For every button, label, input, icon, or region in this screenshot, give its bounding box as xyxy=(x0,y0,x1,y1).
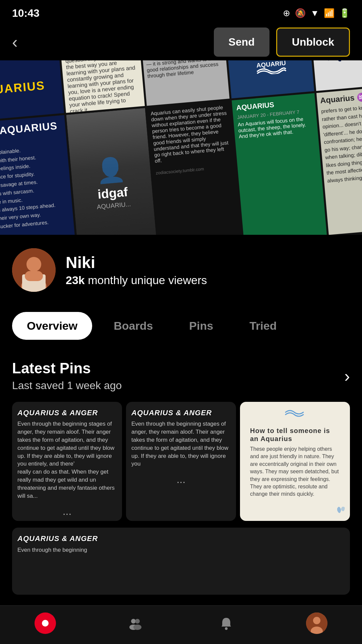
pin-body-3: These people enjoy helping others and ar… xyxy=(245,445,345,503)
status-bar: 10:43 ⊕ 🔕 ▼ 📶 🔋 xyxy=(0,0,362,23)
avatar xyxy=(12,248,56,292)
stat-number: 23k xyxy=(66,274,85,286)
pin-grid: Aquarius & Anger Even through the beginn… xyxy=(0,395,362,528)
pin-title-1: Aquarius & Anger xyxy=(12,402,122,420)
pin-title-2: Aquarius & Anger xyxy=(126,402,236,420)
tab-overview[interactable]: Overview xyxy=(12,312,92,340)
following-icon xyxy=(125,612,146,634)
svg-point-11 xyxy=(225,627,228,630)
latest-pins-header: Latest Pins Last saved 1 week ago › xyxy=(0,346,362,395)
pin-card-1[interactable]: Aquarius & Anger Even through the beginn… xyxy=(12,402,122,521)
pin-body-bottom: Even through the beginning xyxy=(12,546,350,559)
nav-profile[interactable] xyxy=(306,612,327,634)
svg-rect-5 xyxy=(25,271,43,281)
nav-following[interactable] xyxy=(125,612,146,634)
mosaic-tile-6: UARY AQUARIUS · sexy brain. · bletely un… xyxy=(0,115,77,235)
profile-info: Niki 23k monthly unique viewers xyxy=(66,253,207,287)
bottom-nav xyxy=(0,605,362,644)
mosaic-tile-2: You love philosophy and question in your… xyxy=(60,60,145,113)
pin-title-3: How to tell someone is an Aquarius xyxy=(245,420,345,445)
svg-point-2 xyxy=(26,257,41,272)
section-title: Latest Pins xyxy=(12,360,122,377)
stat-label: monthly unique viewers xyxy=(88,274,207,286)
profile-name: Niki xyxy=(66,253,207,272)
pin-card-2[interactable]: Aquarius & Anger Even through the beginn… xyxy=(126,402,236,521)
tabs-row: Overview Boards Pins Tried xyxy=(0,305,362,346)
wifi-icon: ▼ xyxy=(310,8,319,18)
unblock-button[interactable]: Unblock xyxy=(276,28,350,57)
section-subtitle: Last saved 1 week ago xyxy=(12,379,122,392)
pin-body-1: Even through the beginning stages of ang… xyxy=(12,420,122,505)
nav-actions: Send Unblock xyxy=(214,28,350,57)
profile-avatar-small xyxy=(306,612,327,634)
nav-notifications[interactable] xyxy=(216,612,237,634)
mosaic-tile-5: AQUARIUS xyxy=(310,60,362,91)
status-time: 10:43 xyxy=(12,7,40,19)
home-icon xyxy=(35,612,56,634)
mosaic-grid: zodiac AQUARIUS You love philosophy and … xyxy=(0,60,362,235)
tab-boards[interactable]: Boards xyxy=(99,312,168,340)
svg-text:AQUARIUS: AQUARIUS xyxy=(256,60,287,69)
battery-icon: 🔋 xyxy=(339,8,350,18)
back-button[interactable]: ‹ xyxy=(12,32,18,52)
pin-dots-1: ... xyxy=(12,505,122,521)
svg-point-8 xyxy=(135,619,140,624)
mute-icon: 🔕 xyxy=(295,8,306,18)
pin-title-bottom: Aquarius & Anger xyxy=(12,528,350,546)
mosaic-tile-3: Aquarians are known to be very controver… xyxy=(141,60,230,106)
mosaic-tile-1: zodiac AQUARIUS xyxy=(0,60,64,122)
nav-home[interactable] xyxy=(35,612,56,634)
chevron-right-icon[interactable]: › xyxy=(344,366,350,386)
person-image: 👤 idgaf AQUARIU... xyxy=(66,108,157,235)
mosaic-tile-9: AQUARIUS JANUARY 20 - FEBRUARY 7 An Aqua… xyxy=(232,93,327,235)
profile-section: Niki 23k monthly unique viewers xyxy=(0,235,362,302)
svg-point-13 xyxy=(313,617,320,624)
mosaic-tile-4: AQUARIUS xyxy=(226,60,314,98)
profile-cover-mosaic: .mosaic-inner { width: 100%; height: 100… xyxy=(0,60,362,235)
section-title-block: Latest Pins Last saved 1 week ago xyxy=(12,360,122,392)
bottom-preview: Aquarius & Anger Even through the beginn… xyxy=(0,528,362,595)
pin-body-2: Even through the beginning stages of ang… xyxy=(126,420,236,473)
profile-stat: 23k monthly unique viewers xyxy=(66,274,207,287)
add-circle-icon: ⊕ xyxy=(283,8,290,18)
pin-card-3[interactable]: How to tell someone is an Aquarius These… xyxy=(240,402,350,521)
status-icons: ⊕ 🔕 ▼ 📶 🔋 xyxy=(283,8,350,18)
mosaic-tile-8: Aquarius can easily shut people down whe… xyxy=(147,101,242,235)
pin-dots-2: ... xyxy=(126,473,236,489)
bell-icon xyxy=(216,612,237,634)
pin-card-bottom[interactable]: Aquarius & Anger Even through the beginn… xyxy=(12,528,350,595)
svg-point-10 xyxy=(133,625,141,630)
tab-tried[interactable]: Tried xyxy=(235,312,291,340)
svg-point-7 xyxy=(131,619,136,624)
tab-pins[interactable]: Pins xyxy=(174,312,228,340)
send-button[interactable]: Send xyxy=(214,28,269,57)
signal-icon: 📶 xyxy=(324,8,335,18)
svg-point-6 xyxy=(42,620,49,627)
mosaic-tile-person: 👤 idgaf AQUARIU... xyxy=(66,108,157,235)
top-nav: ‹ Send Unblock xyxy=(0,23,362,60)
